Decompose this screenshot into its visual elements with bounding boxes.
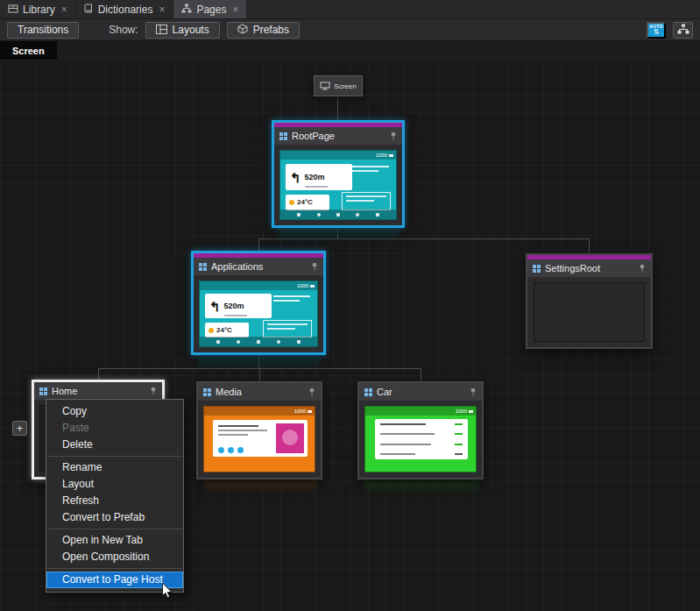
connector-line <box>258 238 259 251</box>
menu-item-convert-to-prefab[interactable]: Convert to Prefab <box>46 509 183 526</box>
connector-line <box>421 368 421 381</box>
menu-item-open-in-new-tab[interactable]: Open in New Tab <box>46 532 183 549</box>
phone-icon <box>336 213 340 217</box>
breadcrumb-screen-tab[interactable]: Screen <box>0 41 57 60</box>
page-graph-canvas[interactable]: Screen RootPage 1000 ↰ <box>0 60 700 611</box>
node-label: Car <box>377 387 392 397</box>
page-icon <box>279 132 287 140</box>
media-card <box>213 420 308 457</box>
menu-item-paste[interactable]: Paste <box>46 420 183 437</box>
home-icon <box>297 213 301 217</box>
temperature-text: 24°C <box>297 199 313 206</box>
menu-item-layout[interactable]: Layout <box>46 476 183 493</box>
media-buttons <box>218 447 244 453</box>
show-label: Show: <box>109 24 138 36</box>
tab-library[interactable]: Library × <box>0 0 76 18</box>
layouts-icon <box>156 25 167 36</box>
pin-icon[interactable] <box>308 387 315 396</box>
menu-item-rename[interactable]: Rename <box>46 459 183 476</box>
preview-text-lines <box>352 166 389 172</box>
preview-text-lines <box>273 295 310 302</box>
layouts-toggle-button[interactable]: Layouts <box>145 22 220 39</box>
phone-icon <box>257 340 260 344</box>
page-icon <box>199 263 207 271</box>
battery-icon <box>310 285 315 288</box>
node-title-bar: Applications <box>194 258 323 275</box>
message-box <box>263 320 312 337</box>
menu-item-open-composition[interactable]: Open Composition <box>46 549 183 565</box>
page-icon <box>39 387 47 395</box>
node-media[interactable]: Media 1000 <box>196 381 322 480</box>
nav-app-preview: 1000 ↰ 520m 24°C <box>279 150 397 220</box>
empty-preview <box>534 282 645 342</box>
tree-layout-icon <box>677 24 689 37</box>
pin-icon[interactable] <box>470 387 477 396</box>
home-icon <box>216 340 220 344</box>
status-text: 1000 <box>297 281 308 290</box>
tab-dictionaries[interactable]: Dictionaries × <box>76 0 174 18</box>
turn-arrow-icon: ↰ <box>290 171 301 184</box>
node-label: RootPage <box>292 131 335 141</box>
weather-card: 24°C <box>205 323 249 337</box>
media-app-preview: 1000 <box>203 406 315 472</box>
node-body: 1000 <box>198 401 321 478</box>
node-body: 1000 <box>359 401 482 478</box>
battery-icon <box>389 154 393 157</box>
tab-pages[interactable]: Pages × <box>173 0 247 18</box>
status-text: 1000 <box>294 407 306 416</box>
node-title-bar: SettingsRoot <box>527 259 651 277</box>
preview-status-bar: 1000 <box>200 281 317 290</box>
connector-line <box>98 368 99 380</box>
prefabs-toggle-button[interactable]: Prefabs <box>227 22 300 39</box>
node-label: Home <box>52 386 77 396</box>
menu-item-copy[interactable]: Copy <box>46 403 183 420</box>
breadcrumb: Screen <box>0 41 700 60</box>
transitions-button[interactable]: Transitions <box>7 22 79 39</box>
breadcrumb-label: Screen <box>12 46 45 56</box>
street-text-bar <box>224 315 247 316</box>
menu-item-delete[interactable]: Delete <box>46 437 183 453</box>
menu-item-refresh[interactable]: Refresh <box>46 493 183 509</box>
sun-icon <box>289 200 294 205</box>
library-icon <box>8 4 18 16</box>
dock-tab-bar: Library × Dictionaries × Pages × <box>0 0 700 19</box>
node-label: SettingsRoot <box>545 263 600 274</box>
street-text-bar <box>305 186 328 188</box>
node-car[interactable]: Car 1000 <box>357 381 484 480</box>
status-text: 1000 <box>376 151 387 160</box>
auto-layout-button[interactable]: AUTO ⇅ <box>647 22 666 39</box>
tab-label: Dictionaries <box>98 4 153 16</box>
close-icon[interactable]: × <box>159 4 165 15</box>
context-menu: Copy Paste Delete Rename Layout Refresh … <box>46 399 184 593</box>
pin-icon[interactable] <box>150 387 157 395</box>
preview-status-bar: 1000 <box>204 407 315 416</box>
music-icon <box>237 340 240 344</box>
page-icon <box>203 388 211 396</box>
sun-icon <box>209 328 214 333</box>
connector-line <box>259 368 260 381</box>
application-window: Library × Dictionaries × Pages × Transit… <box>0 0 700 611</box>
add-page-button[interactable]: + <box>12 421 27 436</box>
close-icon[interactable]: × <box>232 4 238 15</box>
car-data-card <box>375 419 468 459</box>
message-box <box>342 192 391 210</box>
node-rootpage[interactable]: RootPage 1000 ↰ 520m <box>272 120 405 228</box>
tree-layout-button[interactable] <box>673 22 693 39</box>
battery-icon <box>308 410 312 413</box>
node-screen[interactable]: Screen <box>314 75 363 96</box>
node-reflection <box>203 481 317 493</box>
pin-icon[interactable] <box>639 264 646 273</box>
node-applications[interactable]: Applications 1000 ↰ 520m <box>191 251 326 355</box>
close-icon[interactable]: × <box>61 4 67 15</box>
pin-icon[interactable] <box>311 262 318 271</box>
pin-icon[interactable] <box>390 131 397 140</box>
connector-line <box>589 238 590 253</box>
play-button-icon <box>228 447 234 453</box>
preview-nav-bar <box>200 337 317 346</box>
node-reflection <box>364 481 478 493</box>
node-settingsroot[interactable]: SettingsRoot <box>526 253 653 349</box>
page-icon <box>533 265 541 273</box>
weather-card: 24°C <box>286 195 329 210</box>
pages-icon <box>181 4 192 16</box>
preview-status-bar: 1000 <box>365 407 476 416</box>
